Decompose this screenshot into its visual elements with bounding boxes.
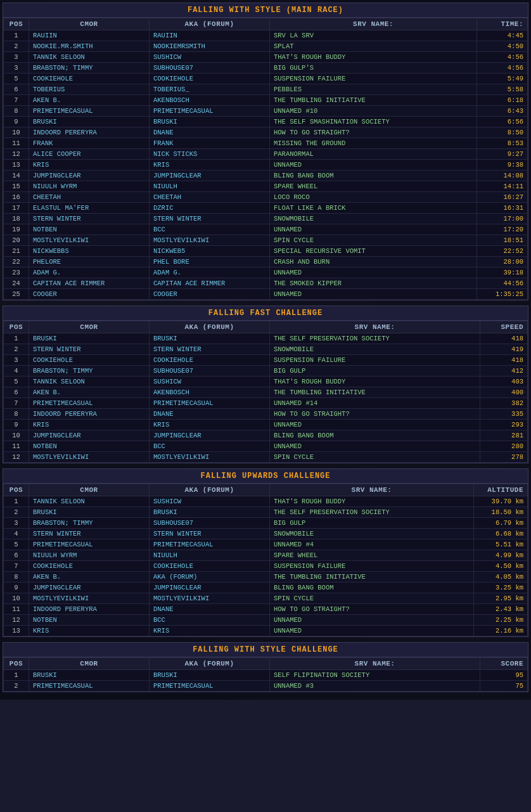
cell-20-1: NICKWEBBS <box>29 246 150 257</box>
cell-3-1: BRABSTON; TIMMY <box>29 63 150 74</box>
cell-10-0: 11 <box>4 138 29 149</box>
cell-23-4: 44:56 <box>477 278 528 289</box>
cell-5-3: PEBBLES <box>270 84 477 95</box>
cell-7-4: 6:43 <box>477 106 528 117</box>
cell-13-2: JUMPINGCLEAR <box>150 171 270 181</box>
header-col-2: AKA (FORUM) <box>150 484 270 496</box>
cell-8-4: 3.25 km <box>474 583 528 593</box>
cell-4-1: TANNIK SELOON <box>29 377 150 387</box>
cell-0-3: THE SELF PRESERVATION SOCIETY <box>270 333 480 344</box>
cell-10-1: INDOORD PERERYRA <box>29 604 150 615</box>
table-row: 12ALICE COOPERNICK STICKSPARANORMAL9:27 <box>4 149 528 160</box>
cell-14-4: 14:11 <box>477 181 528 192</box>
table-row: 9KRISKRISUNNAMED293 <box>4 420 528 430</box>
cell-10-2: FRANK <box>150 138 270 149</box>
table-row: 3BRABSTON; TIMMYSUBHOUSE07BIG GULP'S4:56 <box>4 63 528 74</box>
header-col-0: POS <box>4 484 29 496</box>
cell-3-3: BIG GULP'S <box>270 63 477 74</box>
header-col-1: CMOR <box>29 484 150 496</box>
table-row: 2NOOKIE.MR.SMITHNOOKIEMRSMITHSPLAT4:50 <box>4 41 528 52</box>
cell-9-3: SPIN CYCLE <box>270 593 474 604</box>
cell-1-0: 2 <box>4 344 29 355</box>
cell-4-3: THAT'S ROUGH BUDDY <box>270 377 480 387</box>
cell-3-3: BIG GULP <box>270 366 480 377</box>
cell-9-1: MOSTLYEVILKIWI <box>29 593 150 604</box>
cell-14-1: NIUULH WYRM <box>29 181 150 192</box>
table-row: 9JUMPINGCLEARJUMPINGCLEARBLING BANG BOOM… <box>4 583 528 593</box>
cell-8-2: KRIS <box>150 420 270 430</box>
cell-19-1: MOSTLYEVILKIWI <box>29 235 150 246</box>
cell-10-4: 280 <box>480 441 528 452</box>
cell-11-1: NOTBEN <box>29 615 150 626</box>
cell-8-3: UNNAMED <box>270 420 480 430</box>
table-row: 4STERN WINTERSTERN WINTERSNOWMOBILE6.68 … <box>4 529 528 539</box>
cell-6-3: UNNAMED #14 <box>270 398 480 409</box>
cell-3-1: BRABSTON; TIMMY <box>29 366 150 377</box>
cell-6-1: AKEN B. <box>29 95 150 106</box>
section-style-challenge: FALLING WITH STYLE CHALLENGEPOSCMORAKA (… <box>3 642 528 692</box>
section-title-fast-challenge: FALLING FAST CHALLENGE <box>3 306 528 321</box>
cell-5-3: THE TUMBLING INITIATIVE <box>270 387 480 398</box>
cell-2-3: SUSPENSION FAILURE <box>270 355 480 366</box>
cell-21-0: 22 <box>4 257 29 267</box>
cell-17-0: 18 <box>4 214 29 224</box>
cell-10-0: 11 <box>4 441 29 452</box>
cell-5-4: 400 <box>480 387 528 398</box>
table-row: 10INDOORD PERERYRADNANEHOW TO GO STRAIGH… <box>4 127 528 138</box>
cell-17-4: 17:00 <box>477 214 528 224</box>
cell-12-0: 13 <box>4 626 29 636</box>
cell-10-2: BCC <box>150 441 270 452</box>
cell-7-3: THE TUMBLING INITIATIVE <box>270 572 474 583</box>
cell-7-1: AKEN B. <box>29 572 150 583</box>
table-row: 6AKEN B.AKENBOSCHTHE TUMBLING INITIATIVE… <box>4 387 528 398</box>
cell-12-3: UNNAMED <box>270 626 474 636</box>
section-title-upwards-challenge: FALLING UPWARDS CHALLENGE <box>3 469 528 484</box>
section-main-race: FALLING WITH STYLE (MAIN RACE)POSCMORAKA… <box>3 3 528 300</box>
cell-10-2: DNANE <box>150 604 270 615</box>
page-wrapper: FALLING WITH STYLE (MAIN RACE)POSCMORAKA… <box>0 0 531 700</box>
cell-11-4: 278 <box>480 452 528 463</box>
cell-14-3: SPARE WHEEL <box>270 181 477 192</box>
cell-22-0: 23 <box>4 267 29 278</box>
header-col-0: POS <box>4 18 29 30</box>
cell-2-0: 3 <box>4 518 29 529</box>
cell-4-0: 5 <box>4 539 29 550</box>
cell-3-2: SUBHOUSE07 <box>150 366 270 377</box>
cell-0-3: SELF FLIPINATION SOCIETY <box>270 670 480 681</box>
cell-23-0: 24 <box>4 278 29 289</box>
cell-10-1: NOTBEN <box>29 441 150 452</box>
cell-5-2: AKENBOSCH <box>150 387 270 398</box>
table-row: 5COOKIEHOLECOOKIEHOLESUSPENSION FAILURE5… <box>4 74 528 84</box>
cell-5-0: 6 <box>4 387 29 398</box>
header-col-2: AKA (FORUM) <box>150 658 270 670</box>
cell-4-1: PRIMETIMECASUAL <box>29 539 150 550</box>
cell-6-2: COOKIEHOLE <box>150 561 270 572</box>
cell-6-3: THE TUMBLING INITIATIVE <box>270 95 477 106</box>
cell-3-4: 4:56 <box>477 63 528 74</box>
cell-8-2: JUMPINGCLEAR <box>150 583 270 593</box>
cell-16-3: FLOAT LIKE A BRICK <box>270 203 477 214</box>
table-row: 25COOGERCOOGERUNNAMED1:35:25 <box>4 289 528 300</box>
table-row: 5TANNIK SELOONSUSHICWTHAT'S ROUGH BUDDY4… <box>4 377 528 387</box>
cell-0-1: BRUSKI <box>29 333 150 344</box>
header-col-0: POS <box>4 658 29 670</box>
cell-11-4: 9:27 <box>477 149 528 160</box>
cell-9-0: 10 <box>4 430 29 441</box>
cell-1-4: 18.50 km <box>474 507 528 518</box>
cell-2-1: TANNIK SELOON <box>29 52 150 63</box>
cell-2-1: BRABSTON; TIMMY <box>29 518 150 529</box>
cell-8-0: 9 <box>4 583 29 593</box>
cell-5-1: AKEN B. <box>29 387 150 398</box>
cell-11-2: MOSTLYEVILKIWI <box>150 452 270 463</box>
cell-6-2: PRIMETIMECASUAL <box>150 398 270 409</box>
cell-5-0: 6 <box>4 550 29 561</box>
table-row: 11NOTBENBCCUNNAMED280 <box>4 441 528 452</box>
table-row: 5PRIMETIMECASUALPRIMETIMECASUALUNNAMED #… <box>4 539 528 550</box>
cell-18-4: 17:20 <box>477 224 528 235</box>
cell-22-4: 39:18 <box>477 267 528 278</box>
cell-0-0: 1 <box>4 670 29 681</box>
header-col-4: SPEED <box>480 321 528 333</box>
cell-6-1: COOKIEHOLE <box>29 561 150 572</box>
table-row: 16CHEETAHCHEETAHLOCO ROCO16:27 <box>4 192 528 203</box>
table-row: 10MOSTLYEVILKIWIMOSTLYEVILKIWISPIN CYCLE… <box>4 593 528 604</box>
